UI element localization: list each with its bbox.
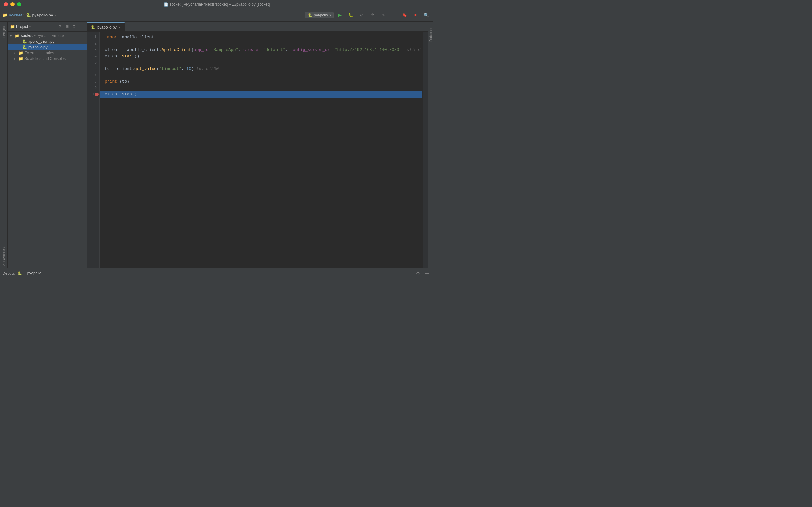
step-over-button[interactable]: ↷: [379, 11, 388, 20]
project-panel: 📁 Project ▾ ⟳ ⊟ ⚙ — ▾ 📁 socket ~/Pycharm…: [8, 21, 87, 268]
call-start: (): [135, 53, 140, 60]
editor-tab-pyapollo[interactable]: 🐍 pyapollo.py ×: [87, 22, 125, 32]
minimize-button[interactable]: [10, 2, 14, 6]
panel-header-actions: ⟳ ⊟ ⚙ —: [57, 23, 84, 30]
stop-button[interactable]: ■: [411, 11, 420, 20]
var-to: to: [105, 66, 110, 72]
profile-button[interactable]: ⏱: [368, 11, 377, 20]
paren2: ): [402, 47, 404, 53]
breadcrumb-file-icon: 🐍: [26, 13, 31, 17]
project-header-label: Project: [16, 24, 28, 29]
breadcrumb-arrow: ›: [54, 13, 55, 17]
run-config-icon: 🐍: [308, 13, 312, 17]
code-line-10: client.stop(): [100, 91, 422, 98]
left-tool-strip: 1: Project 2: Favorites: [0, 21, 8, 268]
project-tree: ▾ 📁 socket ~/PycharmProjects/ › 🐍 apollo…: [8, 32, 87, 268]
var-client3: client.: [117, 66, 135, 72]
debug-session-close[interactable]: ×: [43, 271, 44, 275]
step-into-button[interactable]: ↓: [390, 11, 398, 20]
line-num-8: 8: [87, 78, 99, 85]
code-line-9: [100, 85, 422, 91]
line-num-7: 7: [87, 72, 99, 78]
debug-toolbar: Debug: 🐍 pyapollo × ⚙ —: [0, 268, 433, 275]
scratches-label: Scratches and Consoles: [24, 56, 66, 61]
collapse-action-btn[interactable]: ⊟: [64, 23, 70, 30]
debug-panel: Debug: 🐍 pyapollo × ⚙ — Debugger Console…: [0, 268, 433, 275]
coverage-button[interactable]: ⊙: [357, 11, 366, 20]
close-button[interactable]: [4, 2, 8, 6]
code-editor[interactable]: 1 2 3 4 5 6 7 8 9 10 import apollo_clien…: [87, 32, 427, 268]
main-layout: 1: Project 2: Favorites 📁 Project ▾ ⟳ ⊟ …: [0, 21, 433, 268]
settings-action-btn[interactable]: ⚙: [71, 23, 77, 30]
favorites-tab-label[interactable]: 2: Favorites: [1, 245, 7, 268]
database-tab-label[interactable]: Database: [427, 24, 434, 44]
debug-session-name: pyapollo: [27, 271, 42, 275]
hide-panel-btn[interactable]: —: [78, 23, 84, 30]
project-tab-label[interactable]: 1: Project: [1, 23, 7, 43]
project-header-icon: 📁: [10, 24, 15, 29]
comma1: ,: [238, 47, 243, 53]
hint-to: to: u'200': [196, 66, 221, 72]
debug-button[interactable]: 🐛: [346, 11, 355, 20]
debug-minimize-btn[interactable]: —: [423, 270, 431, 275]
breakpoint-indicator[interactable]: [95, 93, 99, 96]
file-py-icon: 🐍: [22, 39, 27, 44]
line-num-1: 1: [87, 34, 99, 41]
code-line-8: print (to): [100, 78, 422, 85]
run-config-selector[interactable]: 🐍 pyapollo ▾: [305, 12, 334, 18]
run-button[interactable]: ▶: [336, 11, 345, 20]
call-print: (to): [117, 78, 130, 85]
str-sampleapp: "SampleApp": [211, 47, 239, 53]
ext-libs-icon: 📁: [18, 51, 23, 55]
project-header-sep: ▾: [29, 24, 31, 29]
paren3: (: [157, 66, 159, 72]
eq2: =: [261, 47, 263, 53]
bookmark-button[interactable]: 🔖: [400, 11, 409, 20]
code-content[interactable]: import apollo_client client = apollo_cli…: [100, 32, 422, 268]
breadcrumb: 📁 socket › 🐍 pyapollo.py ›: [3, 13, 304, 17]
param-cluster: cluster: [243, 47, 261, 53]
scratches-icon: 📁: [18, 56, 23, 61]
paren4: ): [191, 66, 194, 72]
titlebar: 📄 socket [~/PycharmProjects/socket] – ..…: [0, 0, 433, 9]
breadcrumb-file[interactable]: pyapollo.py: [32, 13, 53, 17]
debug-session-icon: 🐍: [17, 271, 22, 275]
param-config: config_server_url: [290, 47, 333, 53]
tree-item-ext-libs[interactable]: › 📁 External Libraries: [8, 50, 87, 56]
debug-settings-btn[interactable]: ⚙: [414, 270, 422, 275]
fn-apolloclient: ApolloClient: [161, 47, 191, 53]
title-file-icon: 📄: [164, 2, 168, 7]
tab-close-btn[interactable]: ×: [119, 25, 120, 29]
line-numbers: 1 2 3 4 5 6 7 8 9 10: [87, 32, 100, 268]
maximize-button[interactable]: [17, 2, 21, 6]
line-num-2: 2: [87, 41, 99, 47]
line-num-3: 3: [87, 47, 99, 53]
tree-item-pyapollo[interactable]: › 🐍 pyapollo.py: [8, 44, 87, 50]
kw-print: print: [105, 78, 117, 85]
code-line-5: [100, 60, 422, 66]
search-button[interactable]: 🔍: [422, 11, 431, 20]
sync-action-btn[interactable]: ⟳: [57, 23, 63, 30]
run-config-label: pyapollo: [314, 13, 328, 17]
line-num-5: 5: [87, 60, 99, 66]
root-label: socket ~/PycharmProjects/: [20, 34, 64, 38]
file-py-icon2: 🐍: [22, 45, 27, 49]
file-no-arrow: ›: [18, 40, 21, 43]
breadcrumb-root[interactable]: socket: [9, 13, 22, 17]
tree-root-item[interactable]: ▾ 📁 socket ~/PycharmProjects/: [8, 33, 87, 39]
fn-get-value: get_value: [135, 66, 157, 72]
var-module: apollo_client.: [127, 47, 161, 53]
code-line-6: to = client.get_value("timeout", 10) to:…: [100, 66, 422, 72]
editor-right-gutter: [422, 32, 427, 268]
kw-import: import: [105, 34, 119, 41]
window-controls[interactable]: [4, 2, 21, 6]
file-no-arrow2: ›: [18, 46, 21, 49]
debug-session-tab[interactable]: pyapollo ×: [25, 269, 47, 275]
tab-label: pyapollo.py: [97, 25, 117, 30]
root-expand-arrow: ▾: [10, 34, 13, 38]
breadcrumb-folder-icon: 📁: [3, 13, 8, 17]
op-assign2: =: [110, 66, 117, 72]
tree-item-scratches[interactable]: › 📁 Scratches and Consoles: [8, 56, 87, 61]
breadcrumb-sep: ›: [23, 13, 24, 17]
tree-item-apollo-client[interactable]: › 🐍 apollo_client.py: [8, 39, 87, 44]
